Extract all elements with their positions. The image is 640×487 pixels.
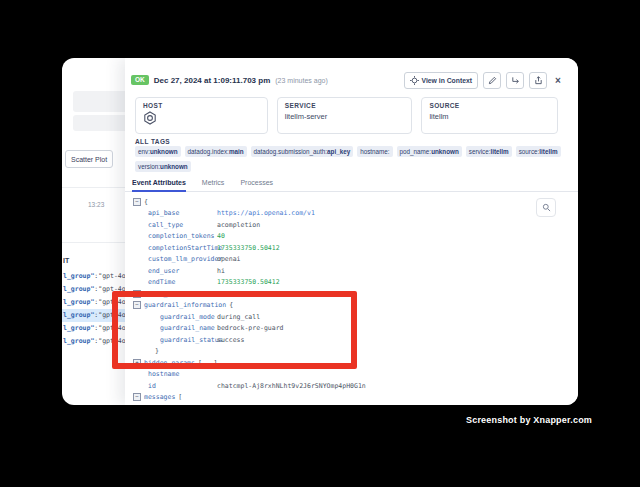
info-cards: HOST SERVICE litellm-server SOURCE litel… (135, 97, 558, 134)
json-row-api-base: api_base https://api.openai.com/v1 (133, 208, 366, 220)
tab-bar: Event Attributes Metrics Processes (125, 174, 578, 192)
host-hexagon-icon (143, 111, 260, 125)
status-badge: OK (131, 75, 149, 86)
tag-chip[interactable]: version:unknown (135, 161, 191, 172)
json-row-close-brace: } (133, 346, 366, 358)
list-item[interactable]: l_group":"gpt-4o (62, 270, 125, 283)
all-tags-label: ALL TAGS (135, 138, 170, 145)
divider (62, 187, 125, 188)
expand-icon[interactable]: + (133, 359, 141, 367)
tab-event-attributes[interactable]: Event Attributes (132, 174, 186, 192)
json-row-id: id chatcmpl-Aj8rxhNLht9v2J6rSNYOmp4pH0G1… (133, 380, 366, 392)
json-row-hidden-params: + hidden_params [...] (133, 357, 366, 369)
tag-list: env:unknown datadog.index:main datadog.s… (135, 146, 571, 172)
json-row-messages: − messages [ (133, 392, 366, 404)
search-button[interactable] (536, 198, 556, 217)
search-icon (542, 203, 551, 212)
screenshot-stage: Scatter Plot 13:23 IT l_group":"gpt-4o l… (0, 0, 640, 487)
json-row-guardrail-name: guardrail_name bedrock-pre-guard (133, 323, 366, 335)
event-timestamp: Dec 27, 2024 at 1:09:11.703 pm (154, 76, 271, 85)
list-item[interactable]: l_group":"gpt-4o (62, 283, 125, 296)
tag-chip[interactable]: datadog.submission_auth:api_key (251, 146, 354, 157)
background-skeleton-row (73, 115, 125, 131)
json-row-custom-llm-provider: custom_llm_provider openai (133, 254, 366, 266)
json-row-error-information: + error_information [...] (133, 288, 366, 300)
json-row-root: − { (133, 196, 366, 208)
list-item[interactable]: l_group":"gpt-4o (62, 322, 125, 335)
list-item[interactable]: l_group":"gpt-4o (62, 296, 125, 309)
service-card[interactable]: SERVICE litellm-server (277, 97, 413, 134)
tag-chip[interactable]: source:litellm (516, 146, 561, 157)
share-button[interactable] (529, 72, 547, 89)
list-item[interactable]: l_group":"gpt-4o (62, 335, 125, 348)
collapse-icon[interactable]: − (133, 393, 141, 401)
json-attribute-tree: − { api_base https://api.openai.com/v1 c… (133, 196, 366, 403)
relative-time: (23 minutes ago) (275, 77, 328, 84)
source-card[interactable]: SOURCE litellm (421, 97, 558, 134)
tag-chip[interactable]: env:unknown (135, 146, 181, 157)
tag-chip[interactable]: hostname: (357, 146, 392, 157)
view-in-context-label: View in Context (422, 77, 472, 84)
background-skeleton-row (73, 91, 125, 112)
json-row-end-time: endTime 1735333750.50412 (133, 277, 366, 289)
trace-button[interactable] (506, 72, 524, 89)
watermark-text: Screenshot by Xnapper.com (466, 415, 592, 425)
divider (62, 242, 125, 243)
panel-header: OK Dec 27, 2024 at 1:09:11.703 pm (23 mi… (131, 71, 564, 89)
event-detail-panel: OK Dec 27, 2024 at 1:09:11.703 pm (23 mi… (125, 58, 578, 405)
scatter-plot-button[interactable]: Scatter Plot (65, 150, 113, 168)
json-row-hostname: hostname (133, 369, 366, 381)
time-axis-tick: 13:23 (88, 201, 104, 208)
bent-arrow-icon (511, 76, 520, 85)
api-base-link[interactable]: https://api.openai.com/v1 (217, 209, 315, 217)
json-row-guardrail-mode: guardrail_mode during_call (133, 311, 366, 323)
expand-icon[interactable]: + (133, 290, 141, 298)
json-row-completion-tokens: completion_tokens 40 (133, 231, 366, 243)
tag-chip[interactable]: datadog.index:main (185, 146, 247, 157)
tab-metrics[interactable]: Metrics (202, 174, 225, 192)
pencil-icon (488, 76, 497, 85)
table-header-partial: IT (63, 257, 69, 264)
collapse-icon[interactable]: − (133, 301, 141, 309)
json-row-guardrail-information: − guardrail_information { (133, 300, 366, 312)
json-row-guardrail-status: guardrail_status success (133, 334, 366, 346)
list-item-selected[interactable]: l_group":"gpt-4o (62, 309, 125, 322)
tag-chip[interactable]: pod_name:unknown (397, 146, 462, 157)
group-row-list: l_group":"gpt-4o l_group":"gpt-4o l_grou… (62, 270, 125, 349)
view-in-context-button[interactable]: View in Context (404, 72, 478, 89)
target-icon (410, 76, 419, 85)
share-icon (534, 76, 543, 85)
collapse-icon[interactable]: − (133, 198, 141, 206)
json-row-end-user: end_user hi (133, 265, 366, 277)
json-row-completion-start-time: completionStartTime 1735333750.50412 (133, 242, 366, 254)
close-button[interactable]: × (552, 73, 564, 88)
edit-button[interactable] (483, 72, 501, 89)
app-window: Scatter Plot 13:23 IT l_group":"gpt-4o l… (62, 58, 578, 405)
tab-processes[interactable]: Processes (240, 174, 273, 192)
tag-chip[interactable]: service:litellm (466, 146, 512, 157)
host-card[interactable]: HOST (135, 97, 268, 134)
json-row-call-type: call_type acompletion (133, 219, 366, 231)
